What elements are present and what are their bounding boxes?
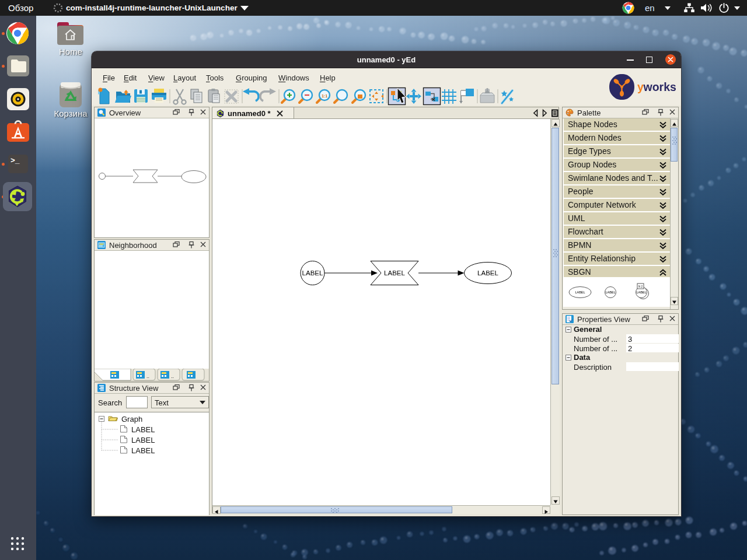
svg-text:LABEL: LABEL [131, 446, 155, 455]
svg-text:y: y [637, 80, 644, 93]
svg-text:..: .. [146, 373, 149, 379]
svg-text:Graph: Graph [121, 415, 142, 424]
svg-text:LABEL: LABEL [131, 436, 155, 444]
svg-text:..: .. [171, 373, 174, 379]
svg-text:1:1: 1:1 [322, 94, 327, 98]
svg-text:LABEL: LABEL [131, 425, 155, 434]
svg-text:works: works [643, 80, 677, 93]
svg-text:LABEL: LABEL [302, 270, 323, 276]
svg-text:LABEL: LABEL [575, 290, 585, 294]
svg-text:LABEL: LABEL [605, 290, 615, 294]
svg-text:N 2: N 2 [638, 285, 643, 288]
svg-text:LABEL: LABEL [636, 290, 646, 294]
svg-text:LABEL: LABEL [477, 270, 498, 276]
svg-text:LABEL: LABEL [384, 270, 405, 276]
